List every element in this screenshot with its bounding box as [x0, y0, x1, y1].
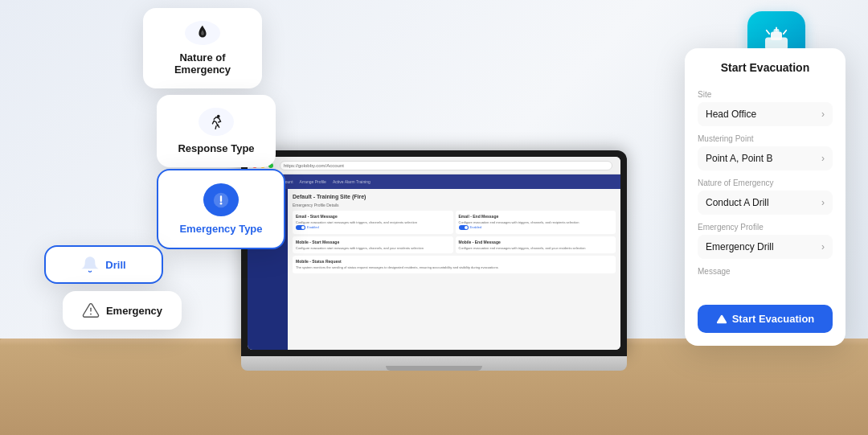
response-icon-circle — [199, 108, 234, 136]
screen-card-email-start: Email - Start Message Configure evacuati… — [293, 211, 453, 234]
screen-card-status: Mobile - Status Request The system monit… — [293, 256, 616, 273]
profile-label: Emergency Profile — [698, 223, 833, 232]
screen-card-mobile-start: Mobile - Start Message Configure evacuat… — [293, 236, 453, 254]
card-response-type: Response Type — [157, 95, 276, 167]
profile-value: Emergency Drill — [706, 241, 774, 252]
running-icon — [207, 113, 225, 131]
exclamation-icon — [212, 191, 230, 209]
nature-label: Nature of Emergency — [159, 51, 246, 76]
mustering-label: Mustering Point — [698, 134, 833, 143]
drill-label: Drill — [105, 259, 125, 271]
laptop: https://golobby.com/Account Dashboard Ac… — [241, 150, 627, 371]
laptop-base — [241, 356, 627, 371]
url-bar[interactable]: https://golobby.com/Account — [280, 161, 612, 170]
nature-row[interactable]: Conduct A Drill › — [698, 191, 833, 215]
card-title-2: Email - End Message — [459, 214, 613, 219]
start-button-label: Start Evacuation — [732, 313, 815, 325]
screen-content: https://golobby.com/Account Dashboard Ac… — [248, 157, 620, 350]
screen-subtitle: Emergency Profile Details — [293, 203, 616, 207]
mustering-row[interactable]: Point A, Point B › — [698, 146, 833, 170]
card-text-1: Configure evacuation start messages with… — [296, 220, 450, 225]
screen-title: Default - Training Site (Fire) — [293, 194, 616, 199]
nature-section-label: Nature of Emergency — [698, 179, 833, 187]
enabled-badge-1: Enabled — [296, 225, 319, 230]
profile-chevron: › — [821, 241, 825, 252]
svg-point-2 — [220, 202, 223, 204]
enabled-badge-2: Enabled — [459, 225, 482, 230]
card-title-1: Email - Start Message — [296, 214, 450, 219]
svg-line-9 — [784, 31, 787, 34]
enabled-label-2: Enabled — [470, 225, 482, 229]
nature-chevron: › — [821, 197, 825, 208]
card-text-5: The system monitors the sending of statu… — [296, 265, 612, 270]
screen-body: Default - Training Site (Fire) Emergency… — [248, 189, 620, 350]
site-chevron: › — [821, 109, 825, 120]
card-text-3: Configure evacuation start messages with… — [296, 246, 450, 251]
laptop-screen-wrapper: https://golobby.com/Account Dashboard Ac… — [241, 150, 627, 356]
response-label: Response Type — [178, 142, 254, 154]
mustering-value: Point A, Point B — [706, 153, 772, 164]
site-value: Head Office — [706, 109, 756, 120]
emergency-type-icon-circle — [203, 183, 239, 216]
toggle-1[interactable] — [296, 225, 305, 230]
card-title-5: Mobile - Status Request — [296, 259, 612, 264]
bell-icon — [81, 256, 99, 273]
nature-value: Conduct A Drill — [706, 197, 769, 208]
card-emergency-type: Emergency Type — [157, 169, 285, 249]
nav-active[interactable]: Active Alarm Training — [333, 179, 371, 184]
profile-row[interactable]: Emergency Drill › — [698, 235, 833, 259]
card-text-2: Configure evacuation end messages with t… — [459, 220, 613, 225]
nav-arrange[interactable]: Arrange Profile — [300, 179, 326, 184]
mustering-chevron: › — [821, 153, 825, 164]
enabled-label-1: Enabled — [307, 225, 319, 229]
site-label: Site — [698, 90, 833, 99]
toggle-2[interactable] — [459, 225, 469, 230]
screen-card-email-end: Email - End Message Configure evacuation… — [456, 211, 616, 234]
evacuation-panel: Start Evacuation Site Head Office › Must… — [685, 48, 845, 346]
svg-point-4 — [90, 314, 92, 315]
card-emergency: Emergency — [63, 291, 182, 330]
screen-main: Default - Training Site (Fire) Emergency… — [288, 189, 620, 350]
screen-topbar: https://golobby.com/Account — [248, 157, 620, 174]
message-label: Message — [698, 267, 833, 276]
laptop-screen: https://golobby.com/Account Dashboard Ac… — [248, 157, 620, 350]
svg-line-8 — [767, 31, 770, 34]
card-title-4: Mobile - End Message — [459, 240, 613, 244]
message-area — [698, 279, 833, 295]
emergency-type-label: Emergency Type — [179, 223, 262, 235]
start-evacuation-button[interactable]: Start Evacuation — [698, 305, 833, 333]
emergency-label: Emergency — [106, 305, 162, 317]
card-text-4: Configure evacuation end messages with t… — [459, 246, 613, 251]
url-text: https://golobby.com/Account — [284, 163, 344, 168]
screen-nav: Dashboard Account Arrange Profile Active… — [248, 174, 620, 189]
start-icon — [716, 314, 727, 325]
nature-icon-circle — [185, 21, 220, 45]
screen-card-mobile-end: Mobile - End Message Configure evacuatio… — [456, 236, 616, 254]
warning-icon — [82, 302, 100, 319]
flame-icon — [194, 24, 211, 42]
screen-cards: Email - Start Message Configure evacuati… — [293, 211, 616, 253]
card-drill: Drill — [44, 245, 163, 284]
card-nature-of-emergency: Nature of Emergency — [143, 8, 262, 88]
site-row[interactable]: Head Office › — [698, 102, 833, 126]
panel-title: Start Evacuation — [698, 61, 833, 74]
card-title-3: Mobile - Start Message — [296, 240, 450, 244]
